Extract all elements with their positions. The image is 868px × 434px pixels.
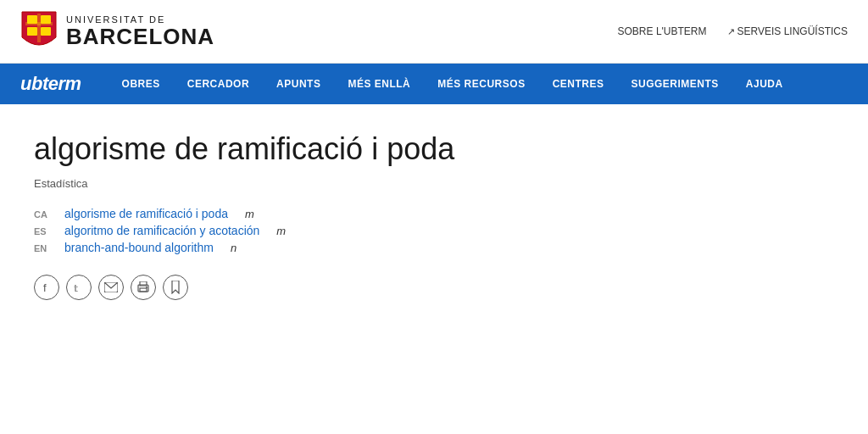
- external-link-icon: ↗: [727, 26, 735, 36]
- bookmark-icon[interactable]: [163, 275, 188, 300]
- lang-ca: CA: [34, 209, 51, 220]
- social-icons: f 𝕥: [34, 275, 729, 300]
- svg-text:𝕥: 𝕥: [74, 283, 78, 293]
- facebook-icon[interactable]: f: [34, 275, 59, 300]
- nav-item-cercador[interactable]: CERCADOR: [174, 64, 263, 104]
- term-table: CA algorisme de ramificació i poda m ES …: [34, 207, 729, 254]
- nav-links: OBRES CERCADOR APUNTS MÉS ENLLÀ MÉS RECU…: [108, 64, 797, 104]
- print-icon[interactable]: [131, 275, 156, 300]
- gram-ca: m: [245, 208, 254, 220]
- svg-rect-11: [140, 288, 147, 292]
- nav-item-suggeriments[interactable]: SUGGERIMENTS: [617, 64, 732, 104]
- page-title: algorisme de ramificació i poda: [34, 131, 729, 167]
- services-link[interactable]: ↗SERVEIS LINGÜÍSTICS: [727, 25, 848, 37]
- nav-bar: ubterm OBRES CERCADOR APUNTS MÉS ENLLÀ M…: [0, 64, 868, 104]
- email-icon[interactable]: [98, 275, 124, 300]
- gram-es: m: [276, 225, 286, 237]
- main-content: algorisme de ramificació i poda Estadíst…: [0, 104, 763, 327]
- logo-area: UNIVERSITAT DE BARCELONA: [20, 10, 214, 53]
- term-row-es: ES algoritmo de ramificación y acotación…: [34, 224, 729, 237]
- nav-item-obres[interactable]: OBRES: [108, 64, 174, 104]
- univ-label: UNIVERSITAT DE: [66, 14, 214, 25]
- nav-item-mes-recursos[interactable]: MÉS RECURSOS: [424, 64, 538, 104]
- lang-en: EN: [34, 243, 51, 253]
- term-link-en[interactable]: branch-and-bound algorithm: [64, 241, 214, 254]
- svg-text:f: f: [43, 281, 47, 293]
- svg-rect-5: [37, 14, 41, 42]
- term-row-en: EN branch-and-bound algorithm n: [34, 241, 729, 254]
- university-name: UNIVERSITAT DE BARCELONA: [66, 14, 214, 49]
- term-link-ca[interactable]: algorisme de ramificació i poda: [64, 207, 228, 220]
- category-label: Estadística: [34, 177, 729, 190]
- svg-rect-2: [27, 27, 37, 36]
- svg-rect-3: [41, 27, 51, 36]
- nav-item-ajuda[interactable]: AJUDA: [732, 64, 797, 104]
- nav-item-apunts[interactable]: APUNTS: [263, 64, 334, 104]
- svg-point-12: [146, 287, 147, 288]
- lang-es: ES: [34, 226, 51, 236]
- barcelona-label: BARCELONA: [66, 25, 214, 49]
- gram-en: n: [231, 242, 236, 254]
- term-row-ca: CA algorisme de ramificació i poda m: [34, 207, 729, 220]
- nav-item-mes-enlla[interactable]: MÉS ENLLÀ: [334, 64, 424, 104]
- top-links: SOBRE L'UBTERM ↗SERVEIS LINGÜÍSTICS: [618, 25, 848, 37]
- term-link-es[interactable]: algoritmo de ramificación y acotación: [64, 224, 259, 237]
- about-link[interactable]: SOBRE L'UBTERM: [618, 25, 707, 37]
- nav-item-centres[interactable]: CENTRES: [539, 64, 618, 104]
- twitter-icon[interactable]: 𝕥: [66, 275, 92, 300]
- top-bar: UNIVERSITAT DE BARCELONA SOBRE L'UBTERM …: [0, 0, 868, 64]
- ub-shield-icon: [20, 10, 58, 53]
- nav-brand[interactable]: ubterm: [20, 73, 81, 95]
